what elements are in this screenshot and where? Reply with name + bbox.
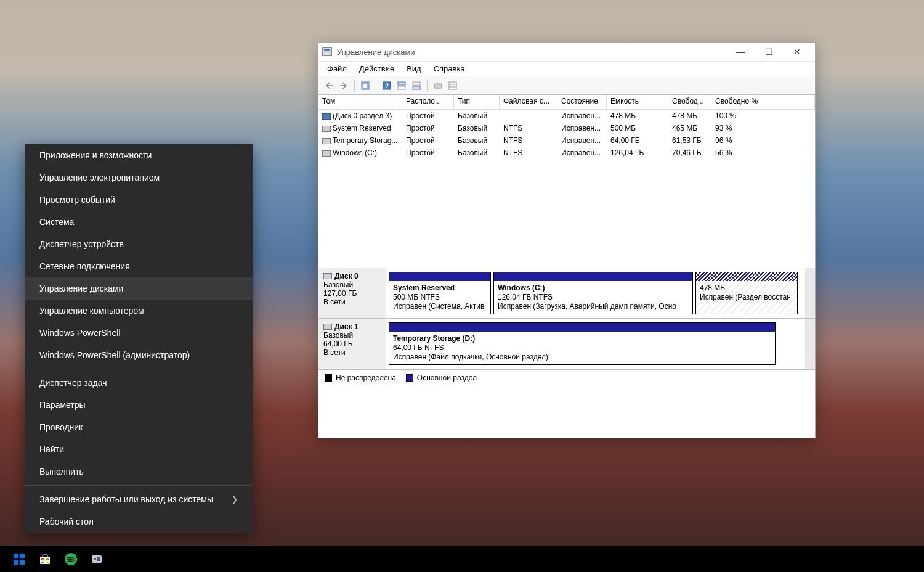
winx-item[interactable]: Диспетчер задач bbox=[25, 372, 253, 394]
list-settings-button[interactable] bbox=[446, 79, 460, 92]
partition[interactable]: 478 МБИсправен (Раздел восстан bbox=[695, 272, 798, 314]
svg-rect-9 bbox=[449, 82, 456, 89]
cell: 126,04 ГБ bbox=[607, 147, 668, 159]
winx-item[interactable]: Найти bbox=[25, 438, 253, 460]
cell: 93 % bbox=[711, 122, 815, 134]
winx-item[interactable]: Просмотр событий bbox=[25, 189, 253, 211]
disk-partitions: Temporary Storage (D:)64,00 ГБ NTFSИспра… bbox=[386, 319, 805, 369]
menu-action[interactable]: Действие bbox=[357, 63, 397, 75]
forward-button[interactable] bbox=[337, 79, 351, 92]
svg-rect-20 bbox=[46, 562, 49, 563]
winx-item[interactable]: Выполнить bbox=[25, 460, 253, 483]
winx-item[interactable]: Завершение работы или выход из системы❯ bbox=[25, 488, 253, 510]
volume-icon bbox=[322, 113, 331, 120]
winx-item[interactable]: Управление дисками bbox=[25, 277, 253, 300]
winx-item[interactable]: Проводник bbox=[25, 416, 253, 438]
svg-rect-8 bbox=[434, 84, 442, 88]
winx-item[interactable]: Система bbox=[25, 211, 253, 233]
cell: 70,46 ГБ bbox=[668, 147, 711, 159]
taskbar-spotify-icon[interactable] bbox=[58, 546, 84, 572]
menu-help[interactable]: Справка bbox=[431, 63, 468, 75]
winx-item[interactable]: Управление компьютером bbox=[25, 300, 253, 322]
start-button[interactable] bbox=[6, 546, 32, 572]
col-layout[interactable]: Располо... bbox=[402, 95, 454, 109]
partition-size: 478 МБ bbox=[700, 284, 793, 293]
menu-separator bbox=[25, 369, 253, 369]
cell: 478 МБ bbox=[668, 110, 711, 122]
winx-item-label: Приложения и возможности bbox=[39, 150, 152, 160]
disk-info[interactable]: Диск 1Базовый64,00 ГБВ сети bbox=[318, 319, 386, 369]
properties-button[interactable] bbox=[431, 79, 445, 92]
svg-rect-7 bbox=[413, 86, 420, 89]
minimize-button[interactable]: — bbox=[726, 43, 755, 62]
svg-rect-17 bbox=[41, 558, 44, 560]
winx-item-label: Система bbox=[39, 217, 74, 227]
view-bottom-button[interactable] bbox=[410, 79, 423, 92]
volume-row[interactable]: System ReservedПростойБазовыйNTFSИсправе… bbox=[318, 122, 815, 134]
partition[interactable]: Temporary Storage (D:)64,00 ГБ NTFSИспра… bbox=[389, 322, 776, 365]
back-button[interactable] bbox=[322, 79, 336, 92]
winx-item[interactable]: Windows PowerShell (администратор) bbox=[25, 344, 253, 366]
partition[interactable]: Windows (C:)126,04 ГБ NTFSИсправен (Загр… bbox=[493, 272, 693, 314]
winx-item-label: Диспетчер устройств bbox=[39, 239, 124, 249]
svg-rect-13 bbox=[20, 554, 25, 558]
toolbar: ? bbox=[318, 76, 815, 95]
volume-icon bbox=[322, 150, 331, 157]
col-type[interactable]: Тип bbox=[454, 95, 500, 109]
taskbar bbox=[0, 546, 924, 572]
view-top-button[interactable] bbox=[395, 79, 408, 92]
refresh-button[interactable] bbox=[359, 79, 372, 92]
col-freepct[interactable]: Свободно % bbox=[711, 95, 815, 109]
partition-title: Temporary Storage (D:) bbox=[393, 334, 771, 343]
col-free[interactable]: Свобод... bbox=[668, 95, 711, 109]
col-volume[interactable]: Том bbox=[318, 95, 402, 109]
disk-size: 127,00 ГБ bbox=[323, 289, 381, 298]
menu-file[interactable]: Файл bbox=[325, 63, 349, 75]
close-button[interactable]: ✕ bbox=[783, 43, 811, 62]
taskbar-app-icon[interactable] bbox=[84, 546, 110, 572]
menu-view[interactable]: Вид bbox=[404, 63, 424, 75]
winx-item-label: Рабочий стол bbox=[39, 517, 94, 526]
taskbar-store-icon[interactable] bbox=[32, 546, 58, 572]
volume-row[interactable]: Windows (C:)ПростойБазовыйNTFSИсправен..… bbox=[318, 147, 815, 159]
winx-item[interactable]: Рабочий стол bbox=[25, 510, 253, 533]
disk-info[interactable]: Диск 0Базовый127,00 ГБВ сети bbox=[318, 268, 386, 318]
legend-swatch-unallocated bbox=[325, 374, 332, 382]
partition-title: Windows (C:) bbox=[498, 284, 689, 293]
svg-rect-14 bbox=[14, 560, 18, 565]
titlebar[interactable]: Управление дисками — ☐ ✕ bbox=[318, 43, 815, 62]
partition-size: 126,04 ГБ NTFS bbox=[498, 293, 689, 302]
winx-item-label: Диспетчер задач bbox=[39, 378, 107, 388]
svg-rect-18 bbox=[46, 558, 49, 560]
cell: Базовый bbox=[454, 134, 500, 147]
winx-item-label: Проводник bbox=[39, 422, 83, 432]
maximize-button[interactable]: ☐ bbox=[755, 43, 783, 62]
window-title: Управление дисками bbox=[337, 47, 415, 57]
disk-type: Базовый bbox=[323, 280, 381, 289]
cell: 100 % bbox=[711, 110, 815, 122]
volume-row[interactable]: (Диск 0 раздел 3)ПростойБазовыйИсправен.… bbox=[318, 110, 815, 122]
winx-item-label: Найти bbox=[39, 444, 64, 454]
col-capacity[interactable]: Емкость bbox=[607, 95, 668, 109]
col-fs[interactable]: Файловая с... bbox=[500, 95, 557, 109]
menubar: Файл Действие Вид Справка bbox=[318, 62, 815, 76]
cell: Исправен... bbox=[557, 122, 607, 134]
winx-item[interactable]: Диспетчер устройств bbox=[25, 233, 253, 255]
partition[interactable]: System Reserved500 МБ NTFSИсправен (Сист… bbox=[389, 272, 491, 314]
winx-item[interactable]: Windows PowerShell bbox=[25, 322, 253, 344]
volume-row[interactable]: Temporary Storag...ПростойБазовыйNTFSИсп… bbox=[318, 134, 815, 147]
col-status[interactable]: Состояние bbox=[557, 95, 607, 109]
winx-item[interactable]: Сетевые подключения bbox=[25, 255, 253, 277]
cell: Исправен... bbox=[557, 147, 607, 159]
legend-primary: Основной раздел bbox=[417, 374, 477, 382]
winx-item[interactable]: Приложения и возможности bbox=[25, 144, 253, 166]
volume-list[interactable]: (Диск 0 раздел 3)ПростойБазовыйИсправен.… bbox=[318, 110, 815, 268]
svg-rect-12 bbox=[14, 554, 18, 558]
disk-row: Диск 0Базовый127,00 ГБВ сетиSystem Reser… bbox=[318, 268, 815, 319]
legend: Не распределена Основной раздел bbox=[318, 369, 815, 386]
winx-item[interactable]: Параметры bbox=[25, 394, 253, 416]
partition-title: System Reserved bbox=[393, 284, 487, 293]
svg-rect-5 bbox=[398, 86, 405, 89]
winx-item[interactable]: Управление электропитанием bbox=[25, 166, 253, 189]
help-button[interactable]: ? bbox=[380, 79, 394, 92]
